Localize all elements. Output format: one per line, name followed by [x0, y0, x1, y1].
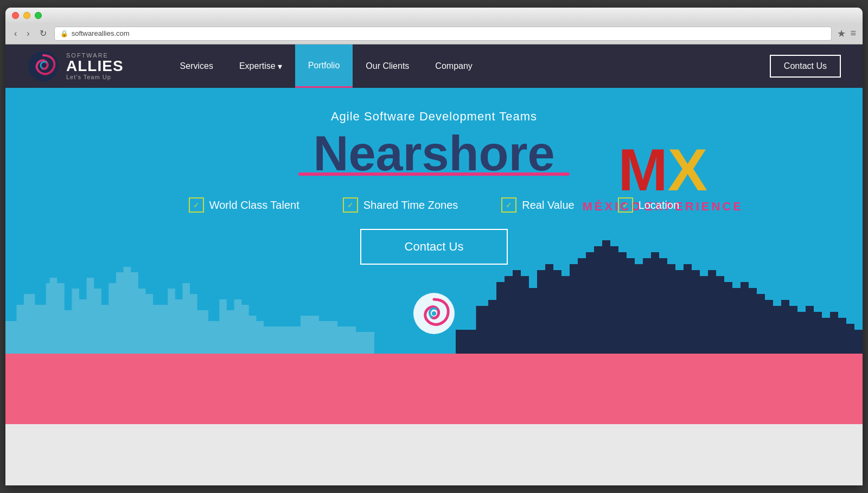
mx-text: M X — [618, 140, 707, 200]
logo-allies: ALLIES — [66, 59, 124, 74]
logo-text: SOFTWARE ALLIES Let's Team Up — [66, 52, 124, 80]
logo-tagline: Let's Team Up — [66, 74, 124, 80]
nav-company[interactable]: Company — [422, 44, 485, 88]
website-content: SOFTWARE ALLIES Let's Team Up Services E… — [5, 44, 863, 485]
nav-links: Services Expertise ▾ Portfolio Our Clien… — [167, 44, 841, 88]
nav-services[interactable]: Services — [167, 44, 226, 88]
feature-value: ✓ Real Value — [501, 197, 574, 213]
lock-icon: 🔒 — [60, 30, 68, 37]
mx-m-letter: M — [618, 140, 668, 200]
minimize-button[interactable] — [23, 12, 30, 19]
maximize-button[interactable] — [35, 12, 42, 19]
svg-point-2 — [432, 311, 436, 316]
features-row: ✓ World Class Talent ✓ Shared Time Zones… — [189, 197, 680, 213]
bookmark-icon[interactable]: ★ — [837, 28, 846, 40]
feature-location-label: Location — [639, 199, 680, 212]
navbar: SOFTWARE ALLIES Let's Team Up Services E… — [5, 44, 863, 88]
check-icon-location: ✓ — [618, 197, 633, 213]
feature-value-label: Real Value — [522, 199, 574, 212]
hero-main-title: Nearshore — [313, 129, 554, 178]
hero-bottom-logo — [412, 292, 456, 337]
back-button[interactable]: ‹ — [12, 28, 19, 40]
browser-toolbar: ‹ › ↻ 🔒 softwareallies.com ★ ≡ — [5, 23, 863, 44]
hero-title-area: Nearshore M X MÉXICO EXPERIENCE — [16, 129, 852, 187]
feature-timezone-label: Shared Time Zones — [363, 199, 458, 212]
bottom-logo-icon — [412, 292, 456, 335]
skyline-left — [5, 245, 374, 354]
skyline-right — [456, 234, 863, 354]
refresh-button[interactable]: ↻ — [37, 27, 49, 40]
feature-location: ✓ Location — [618, 197, 680, 213]
nearshore-block: Nearshore — [298, 129, 570, 187]
contact-us-button[interactable]: Contact Us — [360, 229, 508, 265]
title-bar — [5, 8, 863, 23]
browser-menu-icon[interactable]: ≡ — [850, 28, 856, 39]
hero-subtitle: Agile Software Development Teams — [331, 110, 537, 124]
feature-timezone: ✓ Shared Time Zones — [343, 197, 458, 213]
nav-expertise[interactable]: Expertise ▾ — [226, 44, 295, 88]
mx-x-letter: X — [668, 140, 707, 200]
forward-button[interactable]: › — [24, 28, 31, 40]
check-icon-talent: ✓ — [189, 197, 204, 213]
nav-portfolio[interactable]: Portfolio — [295, 44, 353, 88]
check-icon-timezone: ✓ — [343, 197, 358, 213]
check-icon-value: ✓ — [501, 197, 516, 213]
logo-icon — [27, 50, 60, 82]
pink-section — [5, 354, 863, 424]
toolbar-right: ★ ≡ — [837, 28, 856, 40]
logo-area[interactable]: SOFTWARE ALLIES Let's Team Up — [27, 50, 124, 82]
nav-contact-btn[interactable]: Contact Us — [770, 55, 841, 78]
feature-talent: ✓ World Class Talent — [189, 197, 299, 213]
url-text: softwareallies.com — [72, 29, 130, 37]
close-button[interactable] — [12, 12, 19, 19]
nav-clients[interactable]: Our Clients — [353, 44, 422, 88]
feature-talent-label: World Class Talent — [209, 199, 299, 212]
address-bar[interactable]: 🔒 softwareallies.com — [54, 27, 832, 41]
hero-section: Agile Software Development Teams Nearsho… — [5, 88, 863, 354]
